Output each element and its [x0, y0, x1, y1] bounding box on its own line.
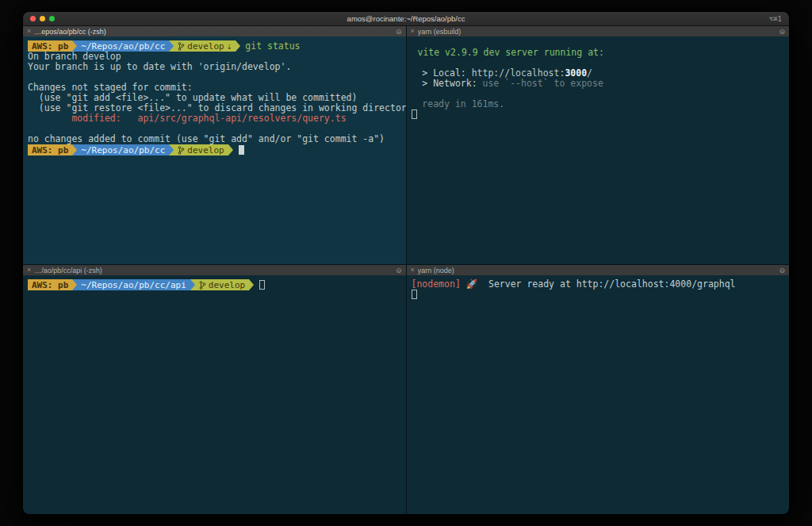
nodemon-line: [nodemon] 🚀 Server ready at http://local… — [412, 279, 790, 290]
git-branch-icon — [178, 42, 185, 51]
network-hint: use `--host` to expose — [483, 78, 603, 89]
shell-prompt: AWS: pb~/Repos/ao/pb/ccdevelop⇣git statu… — [28, 40, 406, 52]
terminal-output-line: no changes added to commit (use "git add… — [28, 134, 406, 144]
pane-menu-icon[interactable]: ⊖ — [396, 28, 402, 36]
terminal-cursor-line — [412, 109, 790, 121]
prompt-branch-segment: develop — [195, 279, 249, 290]
pane-api-title: …/ao/pb/cc/api (-zsh) — [34, 267, 102, 275]
nodemon-prefix: [nodemon] — [412, 278, 466, 290]
zoom-window-button[interactable] — [49, 16, 55, 21]
vite-network-line: > Network: use `--host` to expose — [412, 79, 790, 89]
local-url: http://localhost: — [472, 67, 565, 79]
git-branch-icon — [199, 281, 206, 290]
close-pane-icon[interactable]: × — [27, 26, 31, 36]
powerline-arrow-icon — [249, 279, 254, 290]
window-title: amos@rocinante:~/Repos/ao/pb/cc — [23, 14, 789, 23]
prompt-env-segment: AWS: pb — [28, 40, 72, 52]
prompt-env-segment: AWS: pb — [28, 144, 72, 155]
network-label: > Network: — [412, 78, 483, 89]
window-titlebar[interactable]: amos@rocinante:~/Repos/ao/pb/cc ⌥⌘1 — [23, 12, 789, 26]
pane-vite-header[interactable]: × yarn (esbuild) ⊖ — [407, 26, 790, 36]
local-label: > Local: — [412, 67, 472, 79]
pane-api-header[interactable]: × …/ao/pb/cc/api (-zsh) ⊖ — [23, 265, 406, 275]
close-window-button[interactable] — [30, 16, 36, 21]
terminal-cursor-line — [412, 290, 790, 301]
local-url-slash: / — [587, 67, 592, 79]
shell-prompt: AWS: pb~/Repos/ao/pb/ccdevelop — [28, 144, 406, 155]
pane-menu-icon[interactable]: ⊖ — [779, 267, 785, 275]
pane-vite-title: yarn (esbuild) — [418, 28, 462, 36]
local-port: 3000 — [565, 67, 587, 79]
terminal-api[interactable]: AWS: pb~/Repos/ao/pb/cc/apidevelop — [23, 275, 406, 515]
branch-name: develop — [187, 41, 224, 52]
terminal-vite[interactable]: vite v2.9.9 dev server running at: > Loc… — [407, 36, 790, 264]
prompt-branch-segment: develop⇣ — [174, 40, 236, 52]
prompt-path-segment: ~/Repos/ao/pb/cc — [77, 144, 169, 155]
typed-command: git status — [245, 41, 300, 52]
terminal-output-line-modified-file: modified: api/src/graphql-api/resolvers/… — [28, 113, 406, 124]
terminal-window: amos@rocinante:~/Repos/ao/pb/cc ⌥⌘1 × …e… — [22, 11, 790, 515]
close-pane-icon[interactable]: × — [27, 265, 31, 275]
pane-node-header[interactable]: × yarn (node) ⊖ — [407, 265, 790, 275]
prompt-env-segment: AWS: pb — [28, 279, 72, 290]
terminal-output-line: Your branch is up to date with 'origin/d… — [28, 62, 406, 72]
branch-name: develop — [187, 145, 224, 155]
window-hotkey-hint: ⌥⌘1 — [769, 15, 782, 23]
terminal-node[interactable]: [nodemon] 🚀 Server ready at http://local… — [407, 275, 790, 515]
shell-prompt: AWS: pb~/Repos/ao/pb/cc/apidevelop — [28, 279, 406, 290]
terminal-cursor — [239, 145, 244, 155]
terminal-git[interactable]: AWS: pb~/Repos/ao/pb/ccdevelop⇣git statu… — [23, 36, 406, 264]
server-ready-message: Server ready at http://localhost:4000/gr… — [477, 278, 735, 290]
terminal-cursor — [259, 280, 265, 290]
pane-git-header[interactable]: × …epos/ao/pb/cc (-zsh) ⊖ — [23, 26, 406, 36]
powerline-arrow-icon — [228, 144, 233, 155]
pane-git-title: …epos/ao/pb/cc (-zsh) — [34, 28, 106, 36]
branch-behind-icon: ⇣ — [227, 41, 232, 52]
pane-git: × …epos/ao/pb/cc (-zsh) ⊖ AWS: pb~/Repos… — [23, 26, 406, 264]
vite-banner-line: vite v2.9.9 dev server running at: — [412, 48, 790, 58]
rocket-icon: 🚀 — [466, 278, 477, 290]
terminal-cursor — [412, 290, 417, 299]
branch-name: develop — [209, 280, 245, 290]
vite-ready-line: ready in 161ms. — [412, 99, 790, 109]
close-pane-icon[interactable]: × — [411, 26, 415, 36]
pane-node: × yarn (node) ⊖ [nodemon] 🚀 Server ready… — [407, 265, 790, 515]
traffic-lights — [30, 16, 55, 21]
minimize-window-button[interactable] — [40, 16, 45, 21]
prompt-path-segment: ~/Repos/ao/pb/cc/api — [77, 279, 190, 290]
pane-api: × …/ao/pb/cc/api (-zsh) ⊖ AWS: pb~/Repos… — [23, 265, 406, 515]
pane-menu-icon[interactable]: ⊖ — [396, 267, 402, 275]
pane-vite: × yarn (esbuild) ⊖ vite v2.9.9 dev serve… — [407, 26, 790, 264]
pane-grid: × …epos/ao/pb/cc (-zsh) ⊖ AWS: pb~/Repos… — [23, 26, 789, 515]
prompt-branch-segment: develop — [174, 144, 228, 155]
terminal-cursor — [412, 109, 417, 119]
powerline-arrow-icon — [236, 40, 240, 52]
git-branch-icon — [178, 146, 185, 155]
pane-menu-icon[interactable]: ⊖ — [779, 28, 785, 36]
pane-node-title: yarn (node) — [418, 267, 454, 275]
close-pane-icon[interactable]: × — [411, 265, 415, 275]
prompt-path-segment: ~/Repos/ao/pb/cc — [77, 40, 169, 52]
